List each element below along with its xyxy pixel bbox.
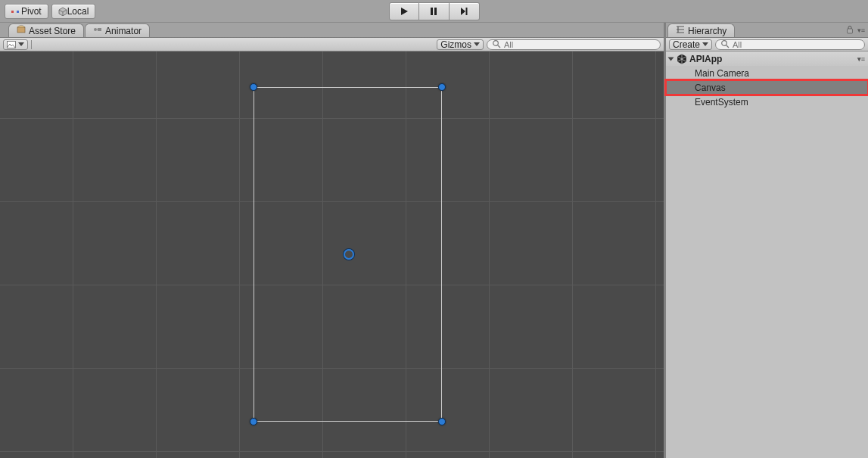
hierarchy-item-label: Main Camera [695,68,749,79]
image-icon [7,40,16,49]
pivot-center-handle[interactable] [344,249,354,260]
scene-name-label: APIApp [689,54,722,64]
rect-handle-bottom-right[interactable] [438,418,446,425]
shaded-dropdown[interactable] [3,39,28,50]
pause-button[interactable] [419,2,450,20]
rect-handle-top-left[interactable] [250,83,257,91]
svg-rect-1 [434,8,437,15]
hierarchy-item-canvas[interactable]: Canvas [666,80,868,95]
hierarchy-icon [676,25,685,36]
asset-store-icon [17,25,26,36]
scene-toolbar: Gizmos [0,38,664,51]
chevron-down-icon [18,42,24,46]
hierarchy-toolbar: Create [666,38,868,51]
chevron-down-icon [474,42,480,46]
local-button[interactable]: Local [51,4,96,19]
tab-animator[interactable]: Animator [85,23,150,37]
create-dropdown[interactable]: Create [669,39,712,50]
svg-rect-3 [17,27,25,33]
step-button[interactable] [450,2,480,20]
svg-rect-6 [8,41,16,48]
pivot-icon [11,8,19,15]
pause-icon [429,7,438,16]
scene-tab-strip: Asset Store Animator [0,23,664,38]
play-icon [400,7,409,16]
svg-rect-0 [431,8,433,15]
rect-handle-top-right[interactable] [438,83,446,91]
pivot-button[interactable]: Pivot [5,4,48,19]
chevron-down-icon [702,42,708,46]
hierarchy-search-input[interactable] [733,40,860,49]
pivot-button-label: Pivot [21,6,42,17]
tab-hierarchy-label: Hierarchy [688,26,726,36]
step-icon [459,7,468,16]
tab-hierarchy[interactable]: Hierarchy [667,23,735,37]
svg-rect-8 [847,29,852,33]
scene-viewport[interactable] [0,51,664,458]
hierarchy-tab-strip: Hierarchy ▾≡ [666,23,868,38]
tab-animator-label: Animator [105,26,142,36]
unity-logo-icon [677,54,687,64]
playback-controls [389,2,480,20]
rect-handle-bottom-left[interactable] [250,418,257,425]
svg-rect-5 [98,28,101,31]
cube-icon [58,7,67,16]
divider [31,40,32,49]
local-button-label: Local [67,6,89,17]
svg-point-7 [493,40,499,45]
hierarchy-item-label: EventSystem [695,97,748,107]
hierarchy-item-eventsystem[interactable]: EventSystem [666,95,868,109]
search-icon [492,39,501,50]
svg-point-9 [722,40,727,45]
scene-search[interactable] [487,39,661,50]
search-icon [720,39,730,50]
scene-row[interactable]: APIApp ▾≡ [666,51,868,66]
hierarchy-item-main-camera[interactable]: Main Camera [666,66,868,80]
top-toolbar: Pivot Local [0,0,868,23]
animator-icon [93,25,102,36]
create-label: Create [673,39,700,50]
lock-icon[interactable] [845,25,854,36]
svg-point-4 [94,28,97,31]
panel-options-icon[interactable]: ▾≡ [857,26,865,34]
tab-asset-store[interactable]: Asset Store [8,23,84,37]
play-button[interactable] [389,2,419,20]
gizmos-dropdown[interactable]: Gizmos [437,39,484,50]
scene-options-icon[interactable]: ▾≡ [857,55,865,63]
gizmos-label: Gizmos [440,39,471,50]
svg-rect-2 [466,8,468,15]
hierarchy-search[interactable] [715,39,865,50]
scene-panel: Asset Store Animator Gizmos [0,23,666,458]
hierarchy-tree: APIApp ▾≡ Main Camera Canvas EventSystem [666,51,868,458]
expand-icon[interactable] [668,57,674,61]
tab-asset-store-label: Asset Store [29,26,76,36]
hierarchy-panel: Hierarchy ▾≡ Create [666,23,868,458]
hierarchy-item-label: Canvas [695,83,726,93]
scene-search-input[interactable] [504,40,655,49]
